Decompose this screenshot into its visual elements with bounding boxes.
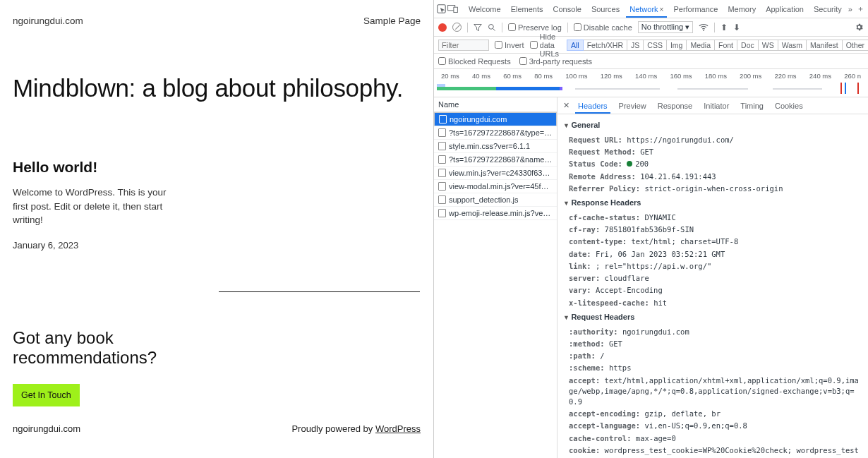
- section-response-headers[interactable]: Response Headers: [557, 195, 868, 212]
- svg-point-5: [703, 30, 704, 31]
- filter-chip-font[interactable]: Font: [714, 40, 737, 51]
- file-icon: [438, 155, 446, 164]
- new-tab-icon[interactable]: ＋: [857, 4, 864, 14]
- general-request-url: Request URL: https://ngoirungdui.com/: [557, 134, 868, 146]
- devtools-tabs: WelcomeElementsConsoleSourcesNetwork×Per…: [464, 1, 847, 17]
- footer-domain[interactable]: ngoirungdui.com: [13, 423, 80, 434]
- filter-chip-wasm[interactable]: Wasm: [778, 40, 807, 51]
- detail-tab-initiator[interactable]: Initiator: [698, 99, 735, 113]
- search-icon[interactable]: [488, 23, 496, 32]
- wifi-icon[interactable]: [699, 23, 709, 31]
- blocked-requests-checkbox[interactable]: Blocked Requests: [438, 57, 511, 66]
- filter-chip-js[interactable]: JS: [627, 40, 644, 51]
- file-icon: [438, 209, 446, 217]
- request-row[interactable]: support_detection.js: [434, 193, 557, 207]
- site-domain-link[interactable]: ngoirungdui.com: [13, 16, 83, 26]
- devtools-tab-elements[interactable]: Elements: [506, 1, 548, 17]
- detail-tab-preview[interactable]: Preview: [613, 99, 652, 113]
- request-row[interactable]: view-modal.min.js?ver=45f05135277abf0b04…: [434, 180, 557, 193]
- request-name: support_detection.js: [449, 195, 518, 204]
- request-list-header[interactable]: Name: [434, 97, 557, 112]
- devtools-tab-sources[interactable]: Sources: [586, 1, 625, 17]
- post-title[interactable]: Hello world!: [13, 159, 182, 176]
- devtools-tab-welcome[interactable]: Welcome: [464, 1, 506, 17]
- filter-chip-css[interactable]: CSS: [643, 40, 667, 51]
- clear-icon[interactable]: [452, 23, 462, 32]
- request-header-row: :path: /: [557, 350, 868, 362]
- general-remote: Remote Address: 104.21.64.191:443: [557, 171, 868, 183]
- filter-chip-manifest[interactable]: Manifest: [806, 40, 843, 51]
- timeline-tick: 220 ms: [774, 72, 796, 80]
- request-header-row: :method: GET: [557, 338, 868, 350]
- close-detail-icon[interactable]: ✕: [560, 101, 572, 110]
- filter-chip-fetchxhr[interactable]: Fetch/XHR: [583, 40, 627, 51]
- request-list: Name ngoirungdui.com?ts=1672972228687&ty…: [434, 97, 557, 458]
- detail-tab-cookies[interactable]: Cookies: [769, 99, 809, 113]
- request-header-row: cookie: wordpress_test_cookie=WP%20Cooki…: [557, 445, 868, 458]
- type-chips: AllFetch/XHRJSCSSImgMediaFontDocWSWasmMa…: [567, 40, 868, 51]
- request-header-row: accept-encoding: gzip, deflate, br: [557, 408, 868, 420]
- response-header-row: content-type: text/html; charset=UTF-8: [557, 236, 868, 248]
- request-row[interactable]: view.min.js?ver=c24330f635f5cb9d5e0e: [434, 167, 557, 180]
- devtools-panel: WelcomeElementsConsoleSourcesNetwork×Per…: [433, 0, 868, 458]
- timeline-tick: 120 ms: [601, 72, 622, 80]
- invert-checkbox[interactable]: Invert: [495, 41, 524, 49]
- request-row[interactable]: ?ts=1672972228687&type=content-script&dm…: [434, 126, 557, 140]
- section-request-headers[interactable]: Request Headers: [557, 309, 868, 326]
- filter-chip-other[interactable]: Other: [842, 40, 868, 51]
- device-icon[interactable]: [447, 3, 458, 16]
- devtools-tab-console[interactable]: Console: [548, 1, 586, 17]
- network-filter-bar: Invert Hide data URLs AllFetch/XHRJSCSSI…: [434, 37, 868, 54]
- request-name: ?ts=1672972228687&name=AdGuard%20Extr...: [449, 155, 553, 164]
- request-header-row: :scheme: https: [557, 362, 868, 374]
- more-tabs-icon[interactable]: »: [848, 5, 852, 13]
- filter-chip-ws[interactable]: WS: [758, 40, 778, 51]
- download-har-icon[interactable]: ⬇: [733, 23, 740, 32]
- devtools-tab-security[interactable]: Security: [809, 1, 847, 17]
- request-header-row: accept-language: vi,en-US;q=0.9,en;q=0.8: [557, 420, 868, 432]
- wordpress-link[interactable]: WordPress: [375, 423, 421, 434]
- devtools-tab-performance[interactable]: Performance: [668, 1, 723, 17]
- file-icon: [438, 195, 446, 204]
- response-header-row: x-litespeed-cache: hit: [557, 297, 868, 309]
- request-row[interactable]: style.min.css?ver=6.1.1: [434, 140, 557, 153]
- section-general[interactable]: General: [557, 117, 868, 134]
- get-in-touch-button[interactable]: Get In Touch: [13, 384, 80, 406]
- nav-sample-page[interactable]: Sample Page: [363, 16, 421, 26]
- network-settings-gear-icon[interactable]: [855, 23, 864, 32]
- upload-har-icon[interactable]: ⬆: [721, 23, 728, 32]
- response-header-row: server: cloudflare: [557, 272, 868, 284]
- timeline-tick: 180 ms: [705, 72, 727, 80]
- devtools-tab-network[interactable]: Network×: [625, 1, 668, 17]
- request-row[interactable]: wp-emoji-release.min.js?ver=6.1.1: [434, 207, 557, 220]
- record-icon[interactable]: [438, 23, 447, 32]
- filter-chip-img[interactable]: Img: [666, 40, 687, 51]
- filter-funnel-icon[interactable]: [474, 23, 482, 32]
- filter-chip-media[interactable]: Media: [686, 40, 715, 51]
- devtools-tab-memory[interactable]: Memory: [723, 1, 761, 17]
- disable-cache-checkbox[interactable]: Disable cache: [574, 23, 632, 32]
- detail-tab-timing[interactable]: Timing: [735, 99, 769, 113]
- timeline-tick: 160 ms: [670, 72, 692, 80]
- devtools-tab-application[interactable]: Application: [761, 1, 809, 17]
- preserve-log-checkbox[interactable]: Preserve log: [508, 23, 562, 32]
- timeline-tick: 60 ms: [503, 72, 522, 80]
- detail-tab-headers[interactable]: Headers: [572, 99, 613, 113]
- network-timeline[interactable]: 20 ms40 ms60 ms80 ms100 ms120 ms140 ms16…: [434, 69, 868, 97]
- svg-rect-2: [454, 7, 458, 12]
- timeline-tick: 80 ms: [534, 72, 553, 80]
- request-row[interactable]: ?ts=1672972228687&name=AdGuard%20Extr...: [434, 153, 557, 167]
- close-tab-icon[interactable]: ×: [660, 6, 664, 13]
- throttling-select[interactable]: No throttling ▾: [638, 21, 693, 33]
- detail-tab-response[interactable]: Response: [652, 99, 699, 113]
- third-party-checkbox[interactable]: 3rd-party requests: [519, 57, 592, 66]
- filter-chip-doc[interactable]: Doc: [737, 40, 759, 51]
- devtools-top-bar: WelcomeElementsConsoleSourcesNetwork×Per…: [434, 0, 868, 18]
- filter-chip-all[interactable]: All: [567, 40, 584, 51]
- timeline-tick: 40 ms: [472, 72, 490, 80]
- response-header-row: vary: Accept-Encoding: [557, 284, 868, 296]
- inspect-icon[interactable]: [437, 3, 446, 16]
- general-referrer: Referrer Policy: strict-origin-when-cros…: [557, 183, 868, 195]
- request-row[interactable]: ngoirungdui.com: [434, 112, 557, 126]
- filter-input[interactable]: [438, 40, 489, 51]
